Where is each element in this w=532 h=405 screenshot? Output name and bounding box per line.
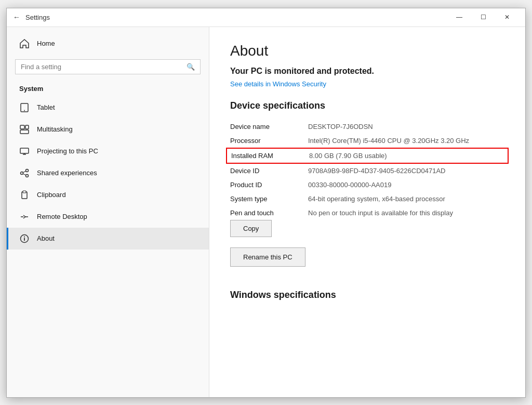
spec-value-processor: Intel(R) Core(TM) i5-4460 CPU @ 3.20GHz … (308, 137, 504, 145)
spec-row-processor: Processor Intel(R) Core(TM) i5-4460 CPU … (230, 134, 504, 148)
buttons-row: Copy Rename this PC (230, 220, 504, 277)
sidebar-item-about[interactable]: About (7, 228, 209, 250)
sidebar-item-clipboard[interactable]: Clipboard (7, 184, 209, 206)
copy-button[interactable]: Copy (230, 220, 272, 237)
about-label: About (37, 234, 55, 242)
minimize-button[interactable]: — (447, 8, 471, 27)
spec-row-device-id: Device ID 9708A9B9-98FD-4D37-9405-6226CD… (230, 164, 504, 178)
svg-point-8 (26, 169, 29, 172)
spec-label-product-id: Product ID (230, 181, 308, 189)
spec-value-system-type: 64-bit operating system, x64-based proce… (308, 195, 504, 203)
spec-label-processor: Processor (230, 137, 308, 145)
spec-row-product-id: Product ID 00330-80000-00000-AA019 (230, 178, 504, 192)
search-input[interactable] (21, 63, 187, 71)
svg-point-10 (26, 174, 29, 177)
spec-label-pen-touch: Pen and touch (230, 209, 308, 217)
tablet-label: Tablet (37, 103, 55, 111)
remote-icon (19, 212, 30, 222)
sidebar-item-remote[interactable]: Remote Desktop (7, 206, 209, 228)
title-bar-left: ← Settings (13, 13, 447, 21)
home-icon (19, 38, 30, 49)
spec-label-device-name: Device name (230, 123, 308, 130)
spec-value-product-id: 00330-80000-00000-AA019 (308, 181, 504, 189)
spec-row-device-name: Device name DESKTOP-7J6ODSN (230, 120, 504, 134)
multitasking-label: Multitasking (37, 125, 73, 133)
shared-icon (19, 168, 30, 178)
spec-value-pen-touch: No pen or touch input is available for t… (308, 209, 504, 217)
sidebar-item-tablet[interactable]: Tablet (7, 97, 209, 119)
specs-container: Device name DESKTOP-7J6ODSN Processor In… (230, 120, 504, 220)
protection-text: Your PC is monitored and protected. (230, 67, 504, 76)
sidebar-item-home[interactable]: Home (7, 32, 209, 55)
svg-point-9 (21, 172, 23, 174)
svg-rect-2 (20, 125, 24, 129)
spec-label-device-id: Device ID (230, 167, 308, 175)
svg-rect-5 (20, 148, 29, 153)
spec-value-device-name: DESKTOP-7J6ODSN (308, 123, 504, 130)
spec-row-ram: Installed RAM 8.00 GB (7.90 GB usable) (226, 148, 509, 164)
window-title: Settings (25, 14, 50, 21)
multitasking-icon (19, 124, 30, 135)
section-label: System (7, 83, 209, 97)
spec-row-system-type: System type 64-bit operating system, x64… (230, 192, 504, 206)
back-button[interactable]: ← (13, 13, 20, 21)
svg-rect-14 (23, 191, 26, 193)
home-label: Home (37, 40, 55, 47)
sidebar-item-projecting[interactable]: Projecting to this PC (7, 140, 209, 162)
spec-value-ram: 8.00 GB (7.90 GB usable) (309, 152, 503, 160)
tablet-icon (19, 102, 30, 113)
settings-window: ← Settings — ☐ ✕ Home 🔍 Sy (6, 8, 526, 398)
windows-specs-title: Windows specifications (230, 290, 504, 301)
remote-label: Remote Desktop (37, 213, 87, 220)
maximize-button[interactable]: ☐ (471, 8, 495, 27)
spec-label-system-type: System type (230, 195, 308, 203)
content-area: Home 🔍 System Tablet (7, 27, 525, 397)
shared-label: Shared experiences (37, 169, 97, 177)
security-link[interactable]: See details in Windows Security (230, 80, 504, 88)
main-content: About Your PC is monitored and protected… (209, 27, 525, 397)
rename-button[interactable]: Rename this PC (230, 247, 305, 267)
projecting-icon (19, 146, 30, 156)
device-specs-title: Device specifications (230, 100, 504, 111)
spec-value-device-id: 9708A9B9-98FD-4D37-9405-6226CD0471AD (308, 167, 504, 175)
svg-line-11 (23, 171, 25, 173)
close-button[interactable]: ✕ (495, 8, 519, 27)
title-bar-controls: — ☐ ✕ (447, 8, 519, 27)
about-icon (19, 233, 30, 244)
search-box[interactable]: 🔍 (15, 59, 201, 74)
svg-rect-4 (20, 130, 29, 134)
sidebar-item-shared[interactable]: Shared experiences (7, 162, 209, 184)
search-icon: 🔍 (187, 63, 195, 71)
title-bar: ← Settings — ☐ ✕ (7, 8, 525, 27)
sidebar-item-multitasking[interactable]: Multitasking (7, 119, 209, 140)
page-title: About (230, 43, 504, 59)
svg-rect-3 (25, 125, 29, 129)
clipboard-icon (19, 190, 30, 200)
svg-point-1 (24, 110, 25, 111)
spec-label-ram: Installed RAM (231, 152, 309, 160)
svg-line-18 (23, 217, 25, 218)
svg-point-21 (24, 236, 25, 237)
projecting-label: Projecting to this PC (37, 147, 98, 155)
spec-row-pen-touch: Pen and touch No pen or touch input is a… (230, 206, 504, 220)
clipboard-label: Clipboard (37, 191, 66, 199)
sidebar: Home 🔍 System Tablet (7, 27, 209, 397)
svg-line-12 (23, 174, 25, 175)
